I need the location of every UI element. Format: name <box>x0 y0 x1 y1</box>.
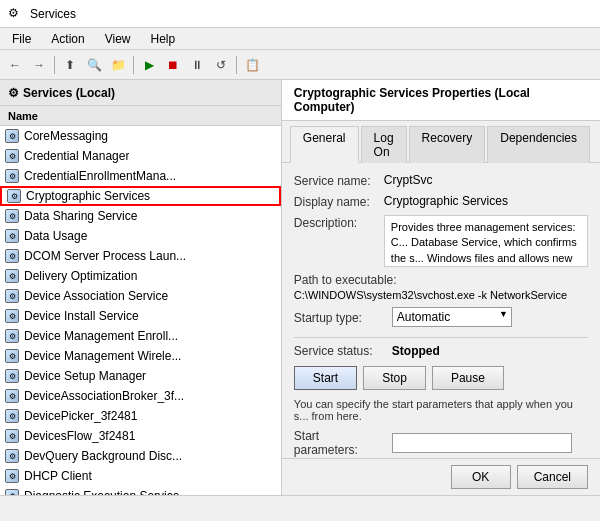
forward-button[interactable]: → <box>28 54 50 76</box>
service-icon: ⚙ <box>4 428 20 444</box>
menu-file[interactable]: File <box>4 30 39 48</box>
start-params-section: Start parameters: <box>294 428 588 457</box>
path-label: Path to executable: <box>294 273 588 287</box>
list-item[interactable]: ⚙Cryptographic Services <box>0 186 281 206</box>
service-name: DHCP Client <box>24 469 92 483</box>
service-name: CoreMessaging <box>24 129 108 143</box>
tab-dependencies[interactable]: Dependencies <box>487 126 590 163</box>
service-name: Device Install Service <box>24 309 139 323</box>
service-icon: ⚙ <box>4 348 20 364</box>
back-button[interactable]: ← <box>4 54 26 76</box>
services-list[interactable]: ⚙CoreMessaging⚙Credential Manager⚙Creden… <box>0 126 281 495</box>
left-panel-title: Services (Local) <box>23 86 115 100</box>
list-item[interactable]: ⚙CredentialEnrollmentMana... <box>0 166 281 186</box>
service-name: Credential Manager <box>24 149 129 163</box>
list-item[interactable]: ⚙Credential Manager <box>0 146 281 166</box>
start-params-input[interactable] <box>392 433 572 453</box>
dialog-tabs: General Log On Recovery Dependencies <box>282 121 600 163</box>
search-button[interactable]: 🔍 <box>83 54 105 76</box>
list-item[interactable]: ⚙Device Association Service <box>0 286 281 306</box>
menu-bar: File Action View Help <box>0 28 600 50</box>
menu-help[interactable]: Help <box>143 30 184 48</box>
service-status-row: Service status: Stopped <box>294 344 588 358</box>
service-status-value: Stopped <box>392 344 440 358</box>
pause-service-toolbar-button[interactable]: ⏸ <box>186 54 208 76</box>
service-name: CredentialEnrollmentMana... <box>24 169 176 183</box>
service-status-label: Service status: <box>294 344 384 358</box>
status-bar <box>0 495 600 521</box>
path-value: C:\WINDOWS\system32\svchost.exe -k Netwo… <box>294 289 588 301</box>
tab-logon[interactable]: Log On <box>361 126 407 163</box>
note-text: You can specify the start parameters tha… <box>294 398 588 422</box>
tab-recovery[interactable]: Recovery <box>409 126 486 163</box>
list-item[interactable]: ⚙DevicesFlow_3f2481 <box>0 426 281 446</box>
display-name-label: Display name: <box>294 194 384 209</box>
service-control-buttons: Start Stop Pause <box>294 366 588 390</box>
name-column-header: Name <box>8 110 38 122</box>
service-icon: ⚙ <box>4 448 20 464</box>
service-name: DevicesFlow_3f2481 <box>24 429 135 443</box>
start-params-row: Start parameters: <box>294 428 588 457</box>
list-item[interactable]: ⚙Device Management Wirele... <box>0 346 281 366</box>
service-icon: ⚙ <box>4 128 20 144</box>
service-icon: ⚙ <box>4 488 20 495</box>
dialog-title: Cryptographic Services Properties (Local… <box>282 80 600 121</box>
list-item[interactable]: ⚙Delivery Optimization <box>0 266 281 286</box>
service-icon: ⚙ <box>4 468 20 484</box>
service-name-value: CryptSvc <box>384 173 433 187</box>
services-local-icon: ⚙ <box>8 86 19 100</box>
list-item[interactable]: ⚙Data Usage <box>0 226 281 246</box>
ok-button[interactable]: OK <box>451 465 511 489</box>
service-icon: ⚙ <box>4 148 20 164</box>
list-item[interactable]: ⚙DevicePicker_3f2481 <box>0 406 281 426</box>
service-icon: ⚙ <box>4 208 20 224</box>
description-box[interactable]: Provides three management services: C...… <box>384 215 588 267</box>
menu-action[interactable]: Action <box>43 30 92 48</box>
up-button[interactable]: ⬆ <box>59 54 81 76</box>
divider <box>294 337 588 338</box>
startup-type-row: Startup type: Automatic Manual Disabled <box>294 307 588 327</box>
list-item[interactable]: ⚙Device Setup Manager <box>0 366 281 386</box>
dialog-footer: OK Cancel <box>282 458 600 495</box>
service-icon: ⚙ <box>4 308 20 324</box>
list-item[interactable]: ⚙Device Install Service <box>0 306 281 326</box>
menu-view[interactable]: View <box>97 30 139 48</box>
list-item[interactable]: ⚙Device Management Enroll... <box>0 326 281 346</box>
list-item[interactable]: ⚙DHCP Client <box>0 466 281 486</box>
service-name: Data Usage <box>24 229 87 243</box>
stop-button[interactable]: Stop <box>363 366 426 390</box>
toolbar: ← → ⬆ 🔍 📁 ▶ ⏹ ⏸ ↺ 📋 <box>0 50 600 80</box>
restart-service-toolbar-button[interactable]: ↺ <box>210 54 232 76</box>
description-label: Description: <box>294 215 384 230</box>
stop-service-toolbar-button[interactable]: ⏹ <box>162 54 184 76</box>
display-name-row: Display name: Cryptographic Services <box>294 194 588 209</box>
service-name: DeviceAssociationBroker_3f... <box>24 389 184 403</box>
startup-type-select[interactable]: Automatic Manual Disabled <box>392 307 512 327</box>
service-name: Data Sharing Service <box>24 209 137 223</box>
description-row: Description: Provides three management s… <box>294 215 588 267</box>
list-item[interactable]: ⚙DCOM Server Process Laun... <box>0 246 281 266</box>
cancel-button[interactable]: Cancel <box>517 465 588 489</box>
pause-button[interactable]: Pause <box>432 366 504 390</box>
start-service-toolbar-button[interactable]: ▶ <box>138 54 160 76</box>
startup-select-wrapper: Automatic Manual Disabled <box>392 307 512 327</box>
folder-button[interactable]: 📁 <box>107 54 129 76</box>
list-item[interactable]: ⚙DeviceAssociationBroker_3f... <box>0 386 281 406</box>
service-name: Cryptographic Services <box>26 189 150 203</box>
service-icon: ⚙ <box>4 288 20 304</box>
service-name-label: Service name: <box>294 173 384 188</box>
start-button[interactable]: Start <box>294 366 357 390</box>
list-item[interactable]: ⚙CoreMessaging <box>0 126 281 146</box>
left-panel: ⚙ Services (Local) Name ⚙CoreMessaging⚙C… <box>0 80 282 495</box>
service-icon: ⚙ <box>4 248 20 264</box>
tab-general[interactable]: General <box>290 126 359 163</box>
properties-button[interactable]: 📋 <box>241 54 263 76</box>
service-icon: ⚙ <box>4 228 20 244</box>
service-icon: ⚙ <box>4 408 20 424</box>
list-item[interactable]: ⚙Diagnostic Execution Service <box>0 486 281 495</box>
service-icon: ⚙ <box>6 188 22 204</box>
list-item[interactable]: ⚙Data Sharing Service <box>0 206 281 226</box>
title-bar-text: Services <box>30 7 76 21</box>
service-icon: ⚙ <box>4 388 20 404</box>
list-item[interactable]: ⚙DevQuery Background Disc... <box>0 446 281 466</box>
